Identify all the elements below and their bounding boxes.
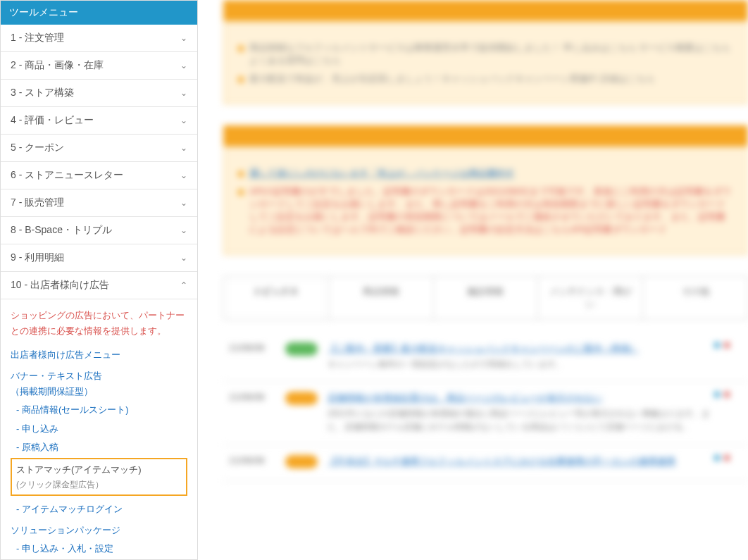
- bullet-icon: [238, 46, 244, 51]
- sidebar-item-ads[interactable]: 10 - 出店者様向け広告⌃: [1, 272, 197, 299]
- chevron-down-icon: ⌄: [180, 88, 187, 98]
- store-match-subtitle: (クリック課金型広告）: [16, 478, 182, 492]
- banner-link-sales-sheet[interactable]: - 商品情報(セールスシート): [16, 402, 187, 418]
- store-match-title: ストアマッチ(アイテムマッチ): [16, 462, 182, 478]
- store-match-highlight: ストアマッチ(アイテムマッチ) (クリック課金型広告）: [11, 458, 187, 496]
- sidebar-item-label: 9 - 利用明細: [11, 251, 64, 264]
- sidebar-item-bspace[interactable]: 8 - B-Space・トリプル⌄: [1, 217, 197, 244]
- status-dot-blue[interactable]: [714, 392, 720, 397]
- row-title-link[interactable]: 【ご案内・重要】最大配送キャッシュバックキャンペーンのご案内（再掲）: [328, 342, 714, 355]
- notice-header-1: [223, 0, 748, 21]
- sidebar-item-label: 8 - B-Space・トリプル: [11, 224, 112, 237]
- bullet-icon: [238, 171, 244, 177]
- sidebar-item-label: 6 - ストアニュースレター: [11, 169, 123, 182]
- row-actions: [714, 342, 742, 348]
- solution-apply-link[interactable]: - 申し込み・入札・設定: [16, 541, 187, 556]
- chevron-down-icon: ⌄: [180, 33, 187, 43]
- status-dot-red[interactable]: [724, 392, 730, 397]
- banner-text-title[interactable]: バナー・テキスト広告（掲載期間保証型）: [11, 368, 187, 399]
- banner-link-apply[interactable]: - 申し込み: [16, 421, 187, 437]
- tab-maintenance[interactable]: メンテナンス・障がい: [538, 277, 643, 319]
- sidebar-item-store-build[interactable]: 3 - ストア構築⌄: [1, 80, 197, 107]
- sidebar-item-label: 4 - 評価・レビュー: [11, 114, 94, 127]
- chevron-down-icon: ⌄: [180, 198, 187, 208]
- notice-text: 商品情報なフルフィルメントサービスは事業運営水準で提供開始しました！ 申し込みは…: [249, 42, 733, 67]
- notice-box-1: 商品情報なフルフィルメントサービスは事業運営水準で提供開始しました！ 申し込みは…: [223, 23, 748, 104]
- table-row: 21/06/08 【不具合】マルチ連携フルフィルメントスアにおける在庫連携の不一…: [223, 445, 748, 481]
- sidebar-item-label: 2 - 商品・画像・在庫: [11, 59, 104, 72]
- sidebar-item-coupons[interactable]: 5 - クーポン⌄: [1, 135, 197, 162]
- row-subtitle: 2021年になにの店舗情報が未登録の場合に商品ページにレビュー等が表示されない事…: [328, 407, 714, 434]
- notice-warning: APIの証明書のがすでしました。証明書のダウンロードは2021/06/02まで可…: [249, 185, 733, 236]
- sidebar-item-label: 1 - 注文管理: [11, 32, 64, 44]
- banner-text-subtitle: （掲載期間保証型）: [11, 386, 93, 397]
- chevron-down-icon: ⌄: [180, 225, 187, 235]
- sidebar-item-label: 7 - 販売管理: [11, 197, 64, 209]
- sidebar: ツールメニュー 1 - 注文管理⌄ 2 - 商品・画像・在庫⌄ 3 - ストア構…: [0, 0, 198, 560]
- chevron-down-icon: ⌄: [180, 116, 187, 125]
- row-actions: [714, 392, 742, 397]
- sidebar-item-usage[interactable]: 9 - 利用明細⌄: [1, 244, 197, 272]
- bullet-icon: [238, 189, 244, 195]
- tab-product[interactable]: 商品情報: [329, 277, 434, 319]
- sidebar-ads-panel: ショッピングの広告において、パートナーとの連携に必要な情報を提供します。 出店者…: [1, 299, 197, 560]
- chevron-down-icon: ⌄: [180, 170, 187, 180]
- notice-header-2: [223, 125, 748, 147]
- sidebar-item-orders[interactable]: 1 - 注文管理⌄: [1, 25, 197, 52]
- sidebar-item-products[interactable]: 2 - 商品・画像・在庫⌄: [1, 52, 197, 80]
- tag-badge: [285, 392, 318, 405]
- status-dot-blue[interactable]: [714, 342, 720, 348]
- row-date: 21/06/08: [229, 342, 285, 353]
- tab-other[interactable]: その他: [643, 277, 747, 319]
- main-content: 商品情報なフルフィルメントサービスは事業運営水準で提供開始しました！ 申し込みは…: [198, 0, 748, 560]
- chevron-down-icon: ⌄: [180, 61, 187, 70]
- row-title-link[interactable]: 店舗情報が未登録設置のは、商品ページのレビューが表示されない: [328, 392, 714, 404]
- content-tabs: トピックス 商品情報 施設情報 メンテナンス・障がい その他: [223, 276, 748, 320]
- status-dot-red[interactable]: [724, 342, 730, 348]
- tag-badge: [285, 342, 318, 356]
- notice-text: 最大配送で有益が、売上が生拡張しましょう！キャッシュバックキャンペーン実施中 詳…: [249, 73, 655, 85]
- bullet-icon: [238, 77, 244, 82]
- status-dot-red[interactable]: [724, 455, 730, 461]
- sidebar-item-reviews[interactable]: 4 - 評価・レビュー⌄: [1, 107, 197, 135]
- tab-facility[interactable]: 施設情報: [434, 277, 539, 319]
- ads-notice: ショッピングの広告において、パートナーとの連携に必要な情報を提供します。: [11, 308, 187, 339]
- notice-box-2: 通して楽にしのけにないます「売上が」パッケージは商品要約す APIの証明書のがす…: [223, 148, 748, 255]
- table-row: 21/06/08 店舗情報が未登録設置のは、商品ページのレビューが表示されない …: [223, 382, 748, 444]
- chevron-up-icon: ⌃: [180, 280, 187, 290]
- banner-link-manuscript[interactable]: - 原稿入稿: [16, 440, 187, 455]
- notice-link[interactable]: 通して楽にしのけにないます「売上が」パッケージは商品要約す: [249, 167, 515, 180]
- item-match-login-link[interactable]: - アイテムマッチログイン: [16, 502, 187, 517]
- row-date: 21/06/08: [229, 392, 285, 402]
- row-title-link[interactable]: 【不具合】マルチ連携フルフィルメントスアにおける在庫連携の不一カンの連携連携: [328, 455, 714, 468]
- tag-badge: [285, 455, 318, 468]
- ad-menu-header[interactable]: 出店者様向け広告メニュー: [11, 347, 187, 363]
- banner-text-label: バナー・テキスト広告: [11, 371, 102, 381]
- status-dot-blue[interactable]: [714, 455, 720, 461]
- row-date: 21/06/08: [229, 455, 285, 466]
- chevron-down-icon: ⌄: [180, 253, 187, 263]
- row-subtitle: キャンペーン条件の一部設定がなしたので再掲をしています。: [328, 358, 714, 371]
- sidebar-item-label: 10 - 出店者様向け広告: [11, 279, 109, 292]
- tab-topics[interactable]: トピックス: [224, 277, 329, 319]
- chevron-down-icon: ⌄: [180, 143, 187, 153]
- sidebar-item-newsletter[interactable]: 6 - ストアニュースレター⌄: [1, 162, 197, 189]
- sidebar-title: ツールメニュー: [1, 1, 197, 25]
- sidebar-item-label: 3 - ストア構築: [11, 87, 74, 99]
- table-row: 21/06/08 【ご案内・重要】最大配送キャッシュバックキャンペーンのご案内（…: [223, 332, 748, 382]
- row-actions: [714, 455, 742, 461]
- sidebar-item-label: 5 - クーポン: [11, 142, 64, 154]
- solution-package-title[interactable]: ソリューションパッケージ: [11, 523, 187, 538]
- sidebar-item-sales[interactable]: 7 - 販売管理⌄: [1, 189, 197, 217]
